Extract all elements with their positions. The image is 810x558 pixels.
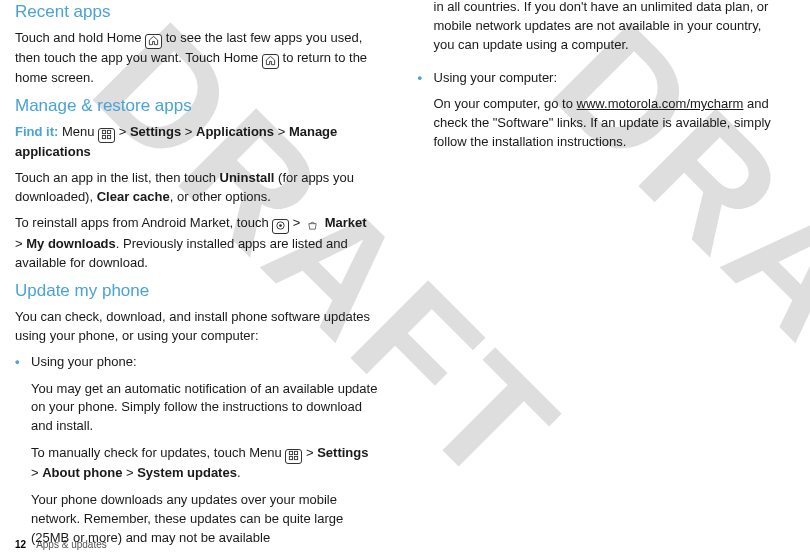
svg-rect-7 — [295, 451, 298, 454]
text: > — [181, 124, 196, 139]
text: Menu — [58, 124, 98, 139]
text: On your computer, go to — [434, 96, 577, 111]
bullet-using-computer: • Using your computer: On your computer,… — [418, 69, 781, 160]
recent-apps-text: Touch and hold Home to see the last few … — [15, 29, 378, 88]
svg-rect-6 — [290, 451, 293, 454]
reinstall-text: To reinstall apps from Android Market, t… — [15, 214, 378, 273]
svg-rect-9 — [295, 456, 298, 459]
heading-recent-apps: Recent apps — [15, 0, 378, 25]
bullet-body: in all countries. If you don't have an u… — [434, 0, 781, 63]
column-left: Recent apps Touch and hold Home to see t… — [15, 0, 398, 535]
bullet-dot-icon: • — [15, 353, 31, 556]
page-content: Recent apps Touch and hold Home to see t… — [0, 0, 810, 535]
manage-uninstall-text: Touch an app in the list, then touch Uni… — [15, 169, 378, 207]
spacer — [418, 0, 434, 63]
svg-rect-3 — [107, 136, 110, 139]
column-right: in all countries. If you don't have an u… — [398, 0, 781, 535]
bullet-title: Using your phone: — [31, 353, 378, 372]
svg-rect-2 — [102, 136, 105, 139]
text: > — [15, 236, 26, 251]
text-settings: Settings — [130, 124, 181, 139]
bullet-body: Using your computer: On your computer, g… — [434, 69, 781, 160]
text: > — [31, 465, 42, 480]
text-about-phone: About phone — [42, 465, 122, 480]
launcher-icon — [272, 219, 289, 234]
text: > — [274, 124, 289, 139]
text: , or other options. — [170, 189, 271, 204]
text: Touch and hold Home — [15, 30, 145, 45]
bullet-text: To manually check for updates, touch Men… — [31, 444, 378, 483]
svg-rect-0 — [102, 131, 105, 134]
text-settings: Settings — [317, 445, 368, 460]
text-market: Market — [325, 215, 367, 230]
menu-icon — [98, 128, 115, 143]
text: To reinstall apps from Android Market, t… — [15, 215, 272, 230]
home-icon — [262, 54, 279, 69]
find-it-path: Find it: Menu > Settings > Applications … — [15, 123, 378, 162]
text: > — [289, 215, 304, 230]
bullet-continuation: in all countries. If you don't have an u… — [418, 0, 781, 63]
text: > — [122, 465, 137, 480]
heading-update-phone: Update my phone — [15, 279, 378, 304]
svg-rect-1 — [107, 131, 110, 134]
home-icon — [145, 34, 162, 49]
text-uninstall: Uninstall — [220, 170, 275, 185]
find-it-label: Find it: — [15, 124, 58, 139]
menu-icon — [285, 449, 302, 464]
bullet-using-phone: • Using your phone: You may get an autom… — [15, 353, 378, 556]
text: > — [302, 445, 317, 460]
bullet-body: Using your phone: You may get an automat… — [31, 353, 378, 556]
text: Touch an app in the list, then touch — [15, 170, 220, 185]
text-system-updates: System updates — [137, 465, 237, 480]
text: . — [237, 465, 241, 480]
heading-manage-restore: Manage & restore apps — [15, 94, 378, 119]
update-intro-text: You can check, download, and install pho… — [15, 308, 378, 346]
bullet-text: Your phone downloads any updates over yo… — [31, 491, 378, 548]
text-applications: Applications — [196, 124, 274, 139]
text: To manually check for updates, touch Men… — [31, 445, 285, 460]
svg-point-5 — [279, 224, 282, 227]
text: > — [115, 124, 130, 139]
market-icon — [304, 220, 321, 235]
bullet-dot-icon: • — [418, 69, 434, 160]
link-motorola[interactable]: www.motorola.com/mycharm — [577, 96, 744, 111]
bullet-text: On your computer, go to www.motorola.com… — [434, 95, 781, 152]
text-clear-cache: Clear cache — [97, 189, 170, 204]
svg-rect-8 — [290, 456, 293, 459]
bullet-text: You may get an automatic notification of… — [31, 380, 378, 437]
bullet-text: in all countries. If you don't have an u… — [434, 0, 781, 55]
text-my-downloads: My downloads — [26, 236, 116, 251]
bullet-title: Using your computer: — [434, 69, 781, 88]
